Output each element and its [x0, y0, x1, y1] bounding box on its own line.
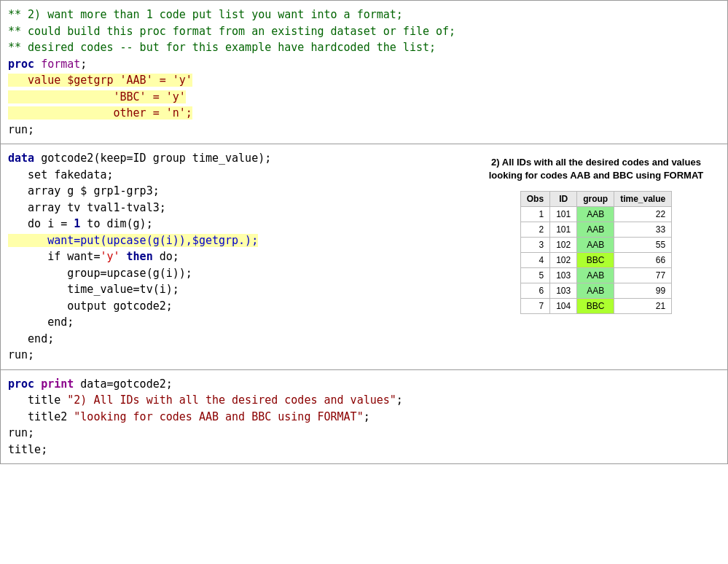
comment-line-1: ** 2) want more than 1 code put list you…	[8, 8, 403, 21]
comment-line-2: ** could build this proc format from an …	[8, 25, 455, 38]
run-2: run;	[8, 348, 34, 361]
time-value-stmt: time_value=tv(i);	[8, 283, 179, 296]
cell-group: AAB	[577, 238, 614, 253]
cell-time-value: 77	[614, 268, 672, 283]
run-3: run;	[8, 426, 34, 439]
code-proc-format: ** 2) want more than 1 code put list you…	[8, 7, 720, 138]
do-stmt: do i = 1 to dim(g);	[8, 217, 153, 230]
cell-group: AAB	[577, 207, 614, 222]
kw-format: format	[41, 58, 80, 71]
cell-obs: 7	[520, 299, 549, 314]
cell-obs: 5	[520, 268, 549, 283]
data-step-code: data gotcode2(keep=ID group time_value);…	[8, 150, 465, 364]
cell-id: 103	[550, 268, 577, 283]
cell-id: 102	[550, 238, 577, 253]
cell-obs: 1	[520, 207, 549, 222]
data-table: Obs ID group time_value 1101AAB222101AAB…	[520, 191, 672, 314]
col-group: group	[577, 192, 614, 207]
title-stmt: title "2) All IDs with all the desired c…	[8, 393, 403, 407]
format-aab: value $getgrp 'AAB' = 'y'	[28, 74, 192, 87]
cell-time-value: 55	[614, 238, 672, 253]
table-row: 5103AAB77	[520, 268, 671, 283]
cell-group: BBC	[577, 253, 614, 268]
group-stmt: group=upcase(g(i));	[8, 267, 192, 280]
cell-group: AAB	[577, 283, 614, 299]
cell-time-value: 99	[614, 283, 672, 299]
end-inner: end;	[8, 316, 74, 329]
cell-id: 101	[550, 207, 577, 222]
section-proc-format: ** 2) want more than 1 code put list you…	[0, 0, 728, 144]
cell-id: 102	[550, 253, 577, 268]
cell-time-value: 22	[614, 207, 672, 222]
cell-obs: 2	[520, 222, 549, 238]
format-other: other = 'n';	[114, 106, 192, 120]
right-panel: 2) All IDs with all the desired codes an…	[472, 150, 720, 364]
table-row: 1101AAB22	[520, 207, 671, 222]
table-row: 2101AAB33	[520, 222, 671, 238]
cell-time-value: 21	[614, 299, 672, 314]
cell-time-value: 66	[614, 253, 672, 268]
cell-id: 104	[550, 299, 577, 314]
cell-group: AAB	[577, 268, 614, 283]
cell-id: 101	[550, 222, 577, 238]
if-stmt: if want='y' then do;	[8, 250, 179, 263]
array-tv: array tv tval1-tval3;	[8, 201, 166, 214]
cell-time-value: 33	[614, 222, 672, 238]
cell-obs: 6	[520, 283, 549, 299]
table-row: 3102AAB55	[520, 238, 671, 253]
panel-title: 2) All IDs with all the desired codes an…	[489, 156, 704, 182]
code-proc-print: proc print data=gotcode2; title "2) All …	[8, 376, 720, 458]
want-stmt: want=put(upcase(g(i)),$getgrp.);	[8, 234, 258, 247]
data-stmt: gotcode2(keep=ID group time_value);	[34, 152, 271, 165]
print-data-stmt: data=gotcode2;	[74, 377, 172, 391]
kw-proc: proc	[8, 58, 34, 71]
title-reset: title;	[8, 443, 47, 456]
col-time-value: time_value	[614, 192, 672, 207]
col-id: ID	[550, 192, 577, 207]
section-proc-print: proc print data=gotcode2; title "2) All …	[0, 369, 728, 465]
kw-proc-2: proc	[8, 377, 34, 391]
title2-stmt: title2 "looking for codes AAB and BBC us…	[8, 410, 370, 423]
table-row: 4102BBC66	[520, 253, 671, 268]
array-g: array g $ grp1-grp3;	[8, 184, 160, 197]
kw-print: print	[41, 377, 74, 391]
semicolon-1: ;	[80, 58, 87, 71]
cell-group: AAB	[577, 222, 614, 238]
cell-obs: 3	[520, 238, 549, 253]
run-1: run;	[8, 123, 34, 136]
col-obs: Obs	[520, 192, 549, 207]
table-row: 7104BBC21	[520, 299, 671, 314]
kw-data: data	[8, 152, 34, 165]
cell-group: BBC	[577, 299, 614, 314]
section-data-step: data gotcode2(keep=ID group time_value);…	[0, 144, 728, 369]
end-outer: end;	[8, 332, 54, 345]
format-bbc: 'BBC' = 'y'	[114, 90, 186, 103]
cell-obs: 4	[520, 253, 549, 268]
table-row: 6103AAB99	[520, 283, 671, 299]
code-block-data-step: data gotcode2(keep=ID group time_value);…	[8, 150, 472, 364]
set-stmt: set fakedata;	[8, 168, 114, 181]
cell-id: 103	[550, 283, 577, 299]
comment-line-3: ** desired codes -- but for this example…	[8, 41, 436, 54]
format-value-block: value $getgrp 'AAB' = 'y' 'BBC' = 'y' ot…	[8, 74, 192, 120]
output-stmt: output gotcode2;	[8, 299, 173, 313]
